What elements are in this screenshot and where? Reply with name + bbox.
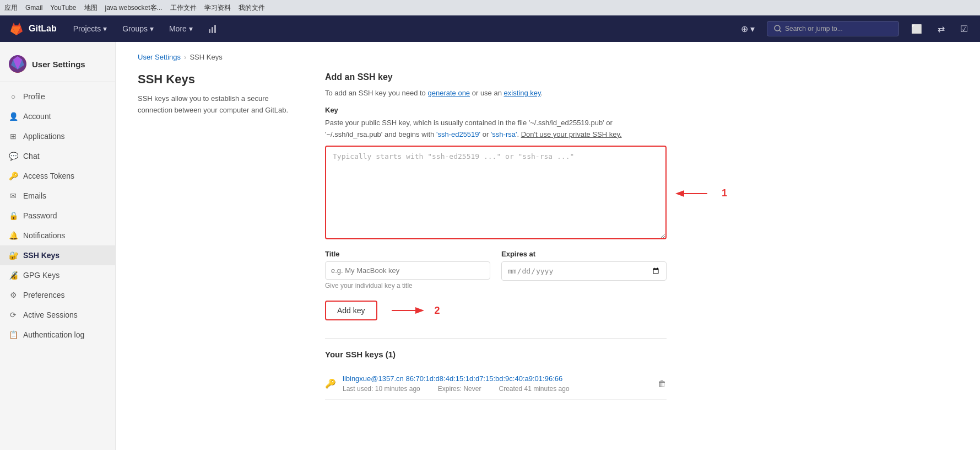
browser-tab[interactable]: 地图 <box>84 3 98 13</box>
browser-tab[interactable]: 学习资料 <box>204 3 231 13</box>
add-ssh-key-title: Add an SSH key <box>325 72 667 82</box>
nav-plus-icon[interactable]: ⊕ ▾ <box>738 22 758 36</box>
ssh-key-textarea[interactable] <box>325 146 667 239</box>
svg-rect-0 <box>209 29 210 33</box>
ssh-key-entry: 🔑 libingxue@1357.cn 86:70:1d:d8:4d:15:1d… <box>325 368 667 400</box>
apps-icon: ⊞ <box>9 132 18 141</box>
sidebar-label-password: Password <box>23 211 57 220</box>
left-panel: SSH Keys SSH keys allow you to establish… <box>138 72 292 400</box>
generate-one-link[interactable]: generate one <box>427 89 470 97</box>
page-description: SSH keys allow you to establish a secure… <box>138 93 292 116</box>
svg-rect-1 <box>212 27 213 33</box>
nav-merge-icon[interactable]: ⇄ <box>934 22 948 36</box>
content-grid: SSH Keys SSH keys allow you to establish… <box>138 72 799 400</box>
svg-rect-2 <box>214 25 216 33</box>
page-title: SSH Keys <box>138 72 292 87</box>
nav-todo-icon[interactable]: ☑ <box>957 22 971 36</box>
breadcrumb-parent[interactable]: User Settings <box>138 53 181 61</box>
form-group-expires: Expires at <box>501 250 667 290</box>
sidebar-item-chat[interactable]: 💬 Chat <box>0 146 115 166</box>
breadcrumb-current: SSH Keys <box>189 53 222 61</box>
nav-more[interactable]: More ▾ <box>166 22 196 35</box>
chat-icon: 💬 <box>9 152 18 160</box>
nav-groups[interactable]: Groups ▾ <box>119 22 157 35</box>
sidebar-item-authentication-log[interactable]: 📋 Authentication log <box>0 325 115 345</box>
sidebar-label-gpg-keys: GPG Keys <box>23 271 59 280</box>
browser-tab[interactable]: YouTube <box>50 4 76 12</box>
gitlab-logo[interactable]: GitLab <box>9 21 57 36</box>
sidebar-item-gpg-keys[interactable]: 🔏 GPG Keys <box>0 265 115 285</box>
title-label: Title <box>325 250 490 258</box>
form-group-title: Title Give your individual key a title <box>325 250 490 290</box>
user-settings-label: User Settings <box>32 60 85 69</box>
sidebar-label-active-sessions: Active Sessions <box>23 310 78 319</box>
sidebar-item-account[interactable]: 👤 Account <box>0 106 115 126</box>
main-content: User Settings › SSH Keys SSH Keys SSH ke… <box>116 42 980 450</box>
key-intro-text: To add an SSH key you need to generate o… <box>325 88 667 99</box>
sidebar-item-ssh-keys[interactable]: 🔐 SSH Keys <box>0 245 115 265</box>
svg-line-4 <box>779 30 781 32</box>
sidebar-item-emails[interactable]: ✉ Emails <box>0 186 115 206</box>
key-last-used: Last used: 10 minutes ago <box>343 385 420 393</box>
gpg-icon: 🔏 <box>9 271 18 280</box>
expires-label: Expires at <box>501 250 667 258</box>
sidebar-label-account: Account <box>23 112 51 121</box>
key-delete-button[interactable]: 🗑 <box>658 379 667 389</box>
add-key-section: Add key 2 <box>325 301 667 320</box>
browser-tab[interactable]: 我的文件 <box>239 3 265 13</box>
add-key-button[interactable]: Add key <box>325 301 377 320</box>
browser-tab[interactable]: 应用 <box>4 3 18 13</box>
sidebar-label-applications: Applications <box>23 132 65 141</box>
avatar <box>9 55 26 73</box>
sidebar-label-authentication-log: Authentication log <box>23 330 84 339</box>
token-icon: 🔑 <box>9 172 18 180</box>
nav-dock-icon[interactable]: ⬜ <box>908 22 925 36</box>
your-ssh-keys-title: Your SSH keys (1) <box>325 350 667 359</box>
key-entry-info: libingxue@1357.cn 86:70:1d:d8:4d:15:1d:d… <box>343 374 651 393</box>
account-icon: 👤 <box>9 112 18 121</box>
title-hint: Give your individual key a title <box>325 282 490 290</box>
sidebar-item-preferences[interactable]: ⚙ Preferences <box>0 285 115 305</box>
svg-point-3 <box>775 25 780 31</box>
breadcrumb-separator: › <box>184 53 186 61</box>
sidebar-label-emails: Emails <box>23 191 46 200</box>
sidebar-user-header: User Settings <box>0 51 115 82</box>
title-input[interactable] <box>325 261 490 280</box>
key-entry-icon: 🔑 <box>325 378 336 389</box>
nav-projects[interactable]: Projects ▾ <box>70 22 110 35</box>
pref-icon: ⚙ <box>9 291 18 299</box>
sidebar-item-password[interactable]: 🔒 Password <box>0 206 115 226</box>
breadcrumb: User Settings › SSH Keys <box>138 53 958 61</box>
browser-tab[interactable]: Gmail <box>25 4 42 12</box>
sidebar-item-profile[interactable]: ○ Profile <box>0 87 115 106</box>
sidebar-item-access-tokens[interactable]: 🔑 Access Tokens <box>0 166 115 186</box>
browser-tabs-bar: 应用 Gmail YouTube 地图 java websocket客... 工… <box>0 0 980 15</box>
annotation-1: 1 <box>674 185 727 202</box>
ssh-keys-section: Your SSH keys (1) 🔑 libingxue@1357.cn 86… <box>325 338 667 400</box>
sidebar-item-applications[interactable]: ⊞ Applications <box>0 126 115 146</box>
annotation-1-label: 1 <box>722 188 727 199</box>
annotation-2-label: 2 <box>435 305 440 317</box>
sidebar-item-notifications[interactable]: 🔔 Notifications <box>0 226 115 245</box>
key-field-label: Key <box>325 106 667 114</box>
nav-chart[interactable] <box>205 22 221 36</box>
email-icon: ✉ <box>9 191 18 200</box>
nav-search-box[interactable]: Search or jump to... <box>767 21 899 36</box>
annotation-2: 2 <box>386 302 440 319</box>
browser-tab[interactable]: java websocket客... <box>105 3 163 13</box>
password-icon: 🔒 <box>9 211 18 220</box>
expires-input[interactable] <box>501 261 667 281</box>
form-row-title-expires: Title Give your individual key a title E… <box>325 250 667 290</box>
browser-tab[interactable]: 工作文件 <box>170 3 197 13</box>
sidebar-label-ssh-keys: SSH Keys <box>23 251 59 260</box>
gitlab-label: GitLab <box>29 24 57 34</box>
key-name: libingxue@1357.cn <box>343 374 404 383</box>
existing-key-link[interactable]: existing key <box>504 89 541 97</box>
sidebar-item-active-sessions[interactable]: ⟳ Active Sessions <box>0 305 115 325</box>
right-panel: Add an SSH key To add an SSH key you nee… <box>325 72 667 400</box>
sessions-icon: ⟳ <box>9 310 18 319</box>
person-icon: ○ <box>9 92 18 101</box>
key-meta: Last used: 10 minutes ago Expires: Never… <box>343 385 651 393</box>
key-expires: Expires: Never <box>438 385 481 393</box>
key-hash: 86:70:1d:d8:4d:15:1d:d7:15:bd:9c:40:a9:0… <box>405 374 562 383</box>
